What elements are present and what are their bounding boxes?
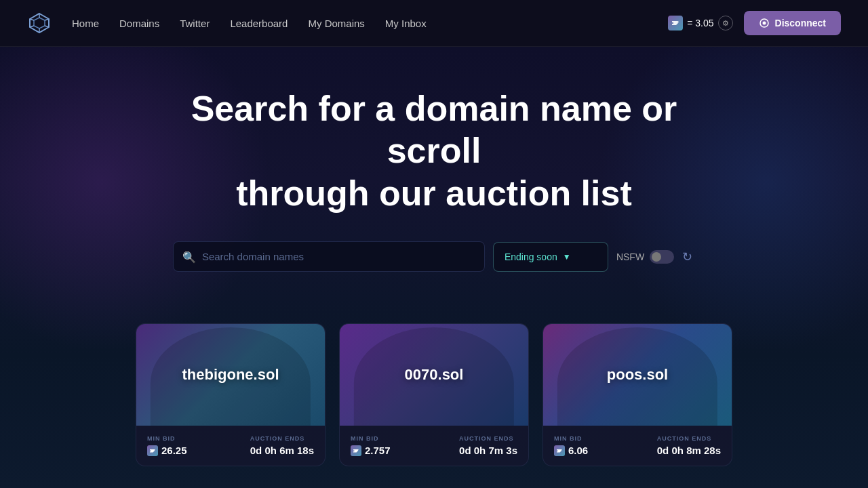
disconnect-icon xyxy=(759,18,770,28)
card-info-2: MIN BID 2.757 AUCTION ENDS 0d 0h 7m 3s xyxy=(340,426,528,466)
card-info-3: MIN BID 6.06 AUCTION ENDS 0d 0h 8m 28s xyxy=(543,426,732,466)
auction-ends-label-1: AUCTION ENDS xyxy=(250,435,314,442)
card-domain-name-2: 0070.sol xyxy=(340,324,528,426)
card-image-2: 0070.sol xyxy=(340,324,528,426)
nsfw-toggle[interactable] xyxy=(650,250,674,264)
chevron-down-icon: ▼ xyxy=(563,252,571,262)
nav-my-inbox[interactable]: My Inbox xyxy=(385,18,427,29)
balance-value: = 3.05 xyxy=(687,18,713,28)
min-bid-label-2: MIN BID xyxy=(351,435,391,442)
auction-ends-label-2: AUCTION ENDS xyxy=(459,435,517,442)
refresh-button[interactable]: ↻ xyxy=(679,247,695,267)
nav-domains[interactable]: Domains xyxy=(119,18,159,29)
min-bid-value-2: 2.757 xyxy=(351,445,391,456)
filter-dropdown[interactable]: Ending soon ▼ xyxy=(493,242,608,272)
toggle-knob xyxy=(652,252,661,262)
nsfw-toggle-row: NSFW ↻ xyxy=(616,247,695,267)
disconnect-button[interactable]: Disconnect xyxy=(744,11,841,35)
balance-settings-icon[interactable]: ⚙ xyxy=(718,16,733,30)
card-auction-ends-col-2: AUCTION ENDS 0d 0h 7m 3s xyxy=(459,435,517,456)
search-wrapper: 🔍 xyxy=(173,241,485,272)
card-min-bid-col-3: MIN BID 6.06 xyxy=(554,435,588,456)
sol-icon-1 xyxy=(147,445,158,456)
search-row: 🔍 Ending soon ▼ NSFW ↻ xyxy=(27,241,841,272)
nsfw-label: NSFW xyxy=(616,251,644,262)
sol-icon xyxy=(668,16,683,30)
navbar: Home Domains Twitter Leaderboard My Doma… xyxy=(0,0,868,47)
auction-ends-value-2: 0d 0h 7m 3s xyxy=(459,445,517,456)
sol-icon-2 xyxy=(351,445,361,456)
search-input[interactable] xyxy=(173,241,485,272)
nav-right: = 3.05 ⚙ Disconnect xyxy=(668,11,841,35)
main-content: Search for a domain name or scroll throu… xyxy=(0,47,868,488)
min-bid-value-1: 26.25 xyxy=(147,445,187,456)
card-min-bid-col-1: MIN BID 26.25 xyxy=(147,435,187,456)
auction-card-3[interactable]: poos.sol MIN BID 6.06 AUCTION ENDS xyxy=(542,323,732,466)
hero-title: Search for a domain name or scroll throu… xyxy=(163,87,705,214)
min-bid-value-3: 6.06 xyxy=(554,445,588,456)
min-bid-label-3: MIN BID xyxy=(554,435,588,442)
cards-section: thebigone.sol MIN BID 26.25 AUCTION EN xyxy=(0,323,868,466)
card-domain-name-3: poos.sol xyxy=(543,324,732,426)
auction-ends-value-3: 0d 0h 8m 28s xyxy=(657,445,721,456)
card-image-3: poos.sol xyxy=(543,324,732,426)
nav-my-domains[interactable]: My Domains xyxy=(308,18,364,29)
logo[interactable] xyxy=(27,11,52,35)
auction-ends-value-1: 0d 0h 6m 18s xyxy=(250,445,314,456)
card-auction-ends-col-1: AUCTION ENDS 0d 0h 6m 18s xyxy=(250,435,314,456)
sol-icon-3 xyxy=(554,445,565,456)
card-info-1: MIN BID 26.25 AUCTION ENDS 0d 0h 6m 18s xyxy=(136,426,325,466)
nav-twitter[interactable]: Twitter xyxy=(180,18,210,29)
min-bid-label-1: MIN BID xyxy=(147,435,187,442)
svg-point-10 xyxy=(762,22,766,25)
card-min-bid-col-2: MIN BID 2.757 xyxy=(351,435,391,456)
card-image-1: thebigone.sol xyxy=(136,324,325,426)
card-auction-ends-col-3: AUCTION ENDS 0d 0h 8m 28s xyxy=(657,435,721,456)
auction-card-1[interactable]: thebigone.sol MIN BID 26.25 AUCTION EN xyxy=(136,323,326,466)
balance-display: = 3.05 ⚙ xyxy=(668,16,732,30)
nav-leaderboard[interactable]: Leaderboard xyxy=(230,18,288,29)
nav-links: Home Domains Twitter Leaderboard My Doma… xyxy=(72,18,668,29)
auction-ends-label-3: AUCTION ENDS xyxy=(657,435,721,442)
hero-section: Search for a domain name or scroll throu… xyxy=(0,47,868,323)
nav-home[interactable]: Home xyxy=(72,18,99,29)
search-icon: 🔍 xyxy=(182,250,196,263)
cards-grid: thebigone.sol MIN BID 26.25 AUCTION EN xyxy=(136,323,732,466)
auction-card-2[interactable]: 0070.sol MIN BID 2.757 AUCTION ENDS xyxy=(339,323,529,466)
card-domain-name-1: thebigone.sol xyxy=(136,324,325,426)
